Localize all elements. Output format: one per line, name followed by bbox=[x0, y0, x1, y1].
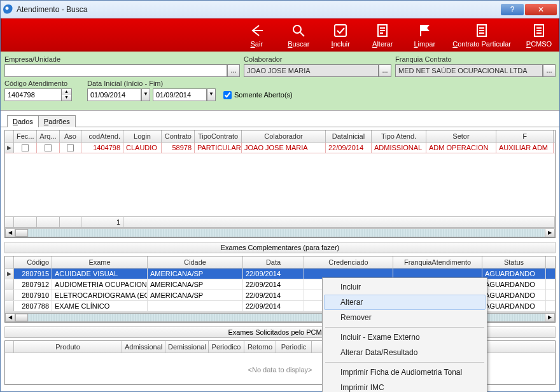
context-menu: Incluir Alterar Remover Incluir - Exame … bbox=[322, 277, 487, 392]
back-arrow-icon bbox=[248, 22, 265, 39]
empresa-input[interactable] bbox=[4, 64, 227, 77]
col-tipocontrato[interactable]: TipoContrato bbox=[195, 130, 242, 142]
col-exame[interactable]: Exame bbox=[52, 256, 148, 268]
col-login[interactable]: Login bbox=[123, 130, 162, 142]
ctx-incluir[interactable]: Incluir bbox=[324, 279, 486, 295]
col-setor[interactable]: Setor bbox=[426, 130, 496, 142]
col-codigo[interactable]: Código bbox=[14, 256, 52, 268]
col-franquia[interactable]: FranquiaAtendimento bbox=[393, 256, 482, 268]
sair-button[interactable]: Sair bbox=[242, 22, 270, 48]
ctx-imprimir-audio[interactable]: Imprimir Ficha de Audiometria Tonal bbox=[324, 365, 486, 380]
check-icon bbox=[332, 22, 349, 39]
colaborador-input[interactable] bbox=[244, 64, 379, 77]
ctx-alterar-data[interactable]: Alterar Data/Resultado bbox=[324, 345, 486, 360]
ctx-alterar[interactable]: Alterar bbox=[324, 295, 486, 310]
franquia-input[interactable] bbox=[395, 64, 543, 77]
codigo-input[interactable] bbox=[4, 88, 62, 101]
col-fec[interactable]: Fec... bbox=[14, 130, 37, 142]
ctx-separator bbox=[325, 327, 484, 328]
ctx-remover[interactable]: Remover bbox=[324, 310, 486, 325]
svg-rect-1 bbox=[335, 25, 346, 36]
buscar-button[interactable]: Buscar bbox=[284, 22, 312, 48]
limpar-button[interactable]: Limpar bbox=[410, 22, 438, 48]
window-title: Atendimento - Busca bbox=[17, 5, 500, 14]
alterar-button[interactable]: Alterar bbox=[368, 22, 396, 48]
atendimentos-grid[interactable]: Fec... Arq... Aso codAtend. Login Contra… bbox=[4, 130, 556, 238]
tabs-bar: DadosPadrões bbox=[1, 111, 559, 127]
col-data[interactable]: Data bbox=[243, 256, 304, 268]
footer-count: 1 bbox=[81, 217, 123, 227]
tab-padroes[interactable]: Padrões bbox=[38, 115, 76, 127]
codigo-up[interactable]: ▲ bbox=[62, 89, 71, 95]
data-ini-input[interactable] bbox=[87, 88, 141, 101]
close-button[interactable]: ✕ bbox=[525, 4, 557, 15]
incluir-button[interactable]: Incluir bbox=[326, 22, 354, 48]
grid1-hscroll[interactable]: ◀ ▶ bbox=[5, 227, 555, 237]
somente-label: Somente Aberto(s) bbox=[234, 91, 293, 99]
col-arq[interactable]: Arq... bbox=[37, 130, 60, 142]
search-icon bbox=[290, 22, 307, 39]
somente-checkbox[interactable]: Somente Aberto(s) bbox=[223, 80, 293, 101]
tab-dados[interactable]: Dados bbox=[7, 115, 39, 127]
app-icon bbox=[3, 4, 13, 15]
col-cidade[interactable]: Cidade bbox=[148, 256, 243, 268]
exames-title: Exames Complementares (para fazer) bbox=[4, 242, 556, 253]
pcmso-button[interactable]: PCMSO bbox=[525, 22, 553, 48]
col-codatend[interactable]: codAtend. bbox=[81, 130, 123, 142]
codigo-down[interactable]: ▼ bbox=[62, 95, 71, 101]
empresa-lookup-button[interactable]: ... bbox=[227, 64, 240, 77]
col-f[interactable]: F bbox=[496, 130, 554, 142]
main-toolbar: Sair Buscar Incluir Alterar Limpar Contr… bbox=[1, 18, 559, 52]
arq-checkbox[interactable] bbox=[45, 144, 52, 151]
svg-point-0 bbox=[293, 25, 301, 33]
aso-checkbox[interactable] bbox=[67, 144, 74, 151]
document-icon bbox=[531, 22, 547, 39]
data-ini-dropdown[interactable]: ▼ bbox=[141, 88, 150, 101]
document-icon bbox=[473, 22, 490, 39]
ctx-incluir-externo[interactable]: Incluir - Exame Externo bbox=[324, 330, 486, 345]
fec-checkbox[interactable] bbox=[22, 144, 29, 151]
ctx-imprimir-imc[interactable]: Imprimir IMC bbox=[324, 380, 486, 392]
data-fim-input[interactable] bbox=[153, 88, 207, 101]
flag-icon bbox=[416, 22, 433, 39]
window-titlebar: Atendimento - Busca ? ✕ bbox=[1, 1, 559, 18]
ctx-separator bbox=[325, 362, 484, 363]
help-button[interactable]: ? bbox=[501, 4, 524, 15]
header-filter-panel: Empresa/Unidade ... Colaborador ... Fran… bbox=[1, 52, 559, 111]
col-contrato[interactable]: Contrato bbox=[162, 130, 195, 142]
data-label: Data Inicial (Início - Fim) bbox=[87, 80, 216, 87]
somente-checkbox-input[interactable] bbox=[223, 91, 232, 99]
scroll-left-button[interactable]: ◀ bbox=[5, 228, 15, 237]
row-indicator: ▶ bbox=[5, 143, 14, 153]
franquia-label: Franquia Contrato bbox=[395, 55, 556, 63]
col-aso[interactable]: Aso bbox=[60, 130, 81, 142]
codigo-label: Código Atendimento bbox=[4, 80, 72, 87]
colaborador-label: Colaborador bbox=[244, 55, 391, 63]
col-status[interactable]: Status bbox=[482, 256, 546, 268]
contrato-button[interactable]: Contrato Particular bbox=[452, 22, 511, 48]
table-row[interactable]: ▶ 1404798 CLAUDIO 58978 PARTICULAR JOAO … bbox=[5, 143, 555, 153]
data-fim-dropdown[interactable]: ▼ bbox=[207, 88, 216, 101]
document-edit-icon bbox=[374, 22, 391, 39]
col-credenciado[interactable]: Credenciado bbox=[304, 256, 393, 268]
col-colaborador[interactable]: Colaborador bbox=[242, 130, 326, 142]
scroll-right-button[interactable]: ▶ bbox=[545, 228, 555, 237]
empresa-label: Empresa/Unidade bbox=[4, 55, 240, 63]
col-tipoatend[interactable]: Tipo Atend. bbox=[372, 130, 426, 142]
col-datainicial[interactable]: DataInicial bbox=[326, 130, 372, 142]
franquia-lookup-button[interactable]: ... bbox=[543, 64, 556, 77]
colaborador-lookup-button[interactable]: ... bbox=[379, 64, 391, 77]
